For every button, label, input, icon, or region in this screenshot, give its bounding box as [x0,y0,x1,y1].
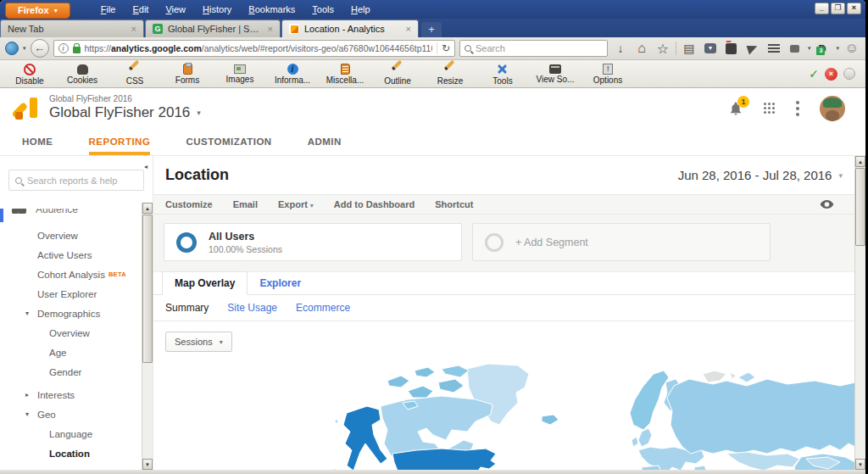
sidebar-item-interests[interactable]: ▸Interests [0,385,142,404]
tab-new-tab[interactable]: New Tab × [0,20,144,37]
sidebar-search-input[interactable]: Search reports & help [8,170,144,191]
menu-file[interactable]: File [94,3,123,16]
devbar-tools[interactable]: Tools [476,63,529,86]
minimize-button[interactable]: _ [815,3,829,14]
webdeveloper-extension-icon[interactable] [5,42,19,55]
chat-smiley-icon[interactable]: ☺ [843,40,860,57]
sidebar-item-gender[interactable]: Gender [0,362,142,382]
close-icon[interactable]: × [406,24,411,34]
metric-selector-button[interactable]: Sessions ▾ [165,332,232,352]
devbar-outline[interactable]: Outline [371,63,424,86]
reload-icon[interactable]: ↻ [437,42,450,54]
sidebar-item-geo[interactable]: ▾Geo [0,404,142,424]
geo-map[interactable] [153,362,854,470]
tab-map-overlay[interactable]: Map Overlay [162,271,248,295]
devbar-resize[interactable]: Resize [424,63,476,86]
chevron-down-icon[interactable]: ▾ [836,45,839,52]
downloads-icon[interactable]: ↓ [612,40,629,57]
devbar-forms[interactable]: Forms [161,63,214,85]
devbar-miscellaneous[interactable]: Miscella... [319,63,371,85]
tab-home[interactable]: HOME [22,128,53,155]
page-info-icon[interactable]: i [58,43,69,53]
scrollbar-thumb[interactable] [855,168,865,246]
tab-global-flyfisher[interactable]: G Global FlyFisher | Simply the Best... … [145,20,281,37]
menu-tools[interactable]: Tools [305,3,341,16]
scroll-up-arrow[interactable]: ▲ [855,156,865,167]
sidebar-item-age[interactable]: Age [0,343,142,362]
subtab-ecommerce[interactable]: Ecommerce [296,302,350,314]
sidebar-scrollbar[interactable]: ▲ ▼ [142,203,153,470]
tab-customization[interactable]: CUSTOMIZATION [186,128,271,155]
segment-all-users[interactable]: All Users 100.00% Sessions [164,223,462,261]
sidebar-collapse-icon[interactable]: ◂ [144,163,147,170]
restore-button[interactable]: ❐ [831,3,845,14]
back-button[interactable]: ← [31,39,49,58]
search-box[interactable]: Search [459,40,608,57]
notifications-bell-icon[interactable]: 1 [728,101,743,116]
url-text[interactable]: https://analytics.google.com/analytics/w… [85,43,432,53]
devbar-css[interactable]: CSS [108,63,161,86]
add-to-dashboard-button[interactable]: Add to Dashboard [334,199,415,209]
send-tab-icon[interactable] [744,40,761,57]
sidebar-item-active-users[interactable]: Active Users [0,245,142,265]
menu-edit[interactable]: Edit [125,3,155,16]
plugin-icon[interactable] [787,40,804,57]
devbar-information[interactable]: iInforma... [266,63,319,85]
sidebar-item-demographics-overview[interactable]: Overview [0,323,142,343]
new-tab-button[interactable]: + [421,22,442,37]
tab-reporting[interactable]: REPORTING [89,128,151,155]
scroll-down-arrow[interactable]: ▼ [142,459,153,470]
sidebar-item-audience[interactable]: Audience [0,209,142,222]
url-bar[interactable]: i https://analytics.google.com/analytics… [53,40,455,57]
tab-location-analytics[interactable]: Location - Analytics × [281,20,419,37]
shortcut-button[interactable]: Shortcut [435,199,473,209]
bookmark-star-icon[interactable]: ☆ [654,40,671,57]
menu-help[interactable]: Help [344,3,377,16]
export-button[interactable]: Export▾ [278,199,314,209]
devbar-view-source[interactable]: View So... [529,64,581,84]
date-range-selector[interactable]: Jun 28, 2016 - Jul 28, 2016 ▾ [678,168,843,182]
customize-button[interactable]: Customize [165,199,213,209]
close-icon[interactable]: × [268,24,273,34]
sidebar-item-language[interactable]: Language [0,424,142,443]
devbar-cookies[interactable]: Cookies [56,64,108,85]
add-segment-button[interactable]: + Add Segment [472,223,771,261]
tab-admin[interactable]: ADMIN [308,128,342,155]
adblock-extension-icon[interactable] [723,40,740,57]
scroll-down-arrow[interactable]: ▼ [855,459,865,470]
chevron-down-icon[interactable]: ▾ [808,45,811,52]
more-kebab-icon[interactable] [796,101,799,116]
devbar-images[interactable]: Images [214,64,266,84]
sidebar-item-demographics[interactable]: ▾Demographics [0,304,142,323]
email-button[interactable]: Email [233,199,258,209]
property-selector[interactable]: Global FlyFisher 2016 ▾ [49,104,201,121]
subtab-summary[interactable]: Summary [165,302,209,314]
disconnect-extension-icon[interactable]: D3 [815,40,832,57]
sidebar-item-overview[interactable]: Overview [0,226,142,245]
devbar-options[interactable]: Options [581,63,634,85]
error-icon[interactable]: × [825,68,837,81]
sidebar-item-location[interactable]: Location [0,443,142,463]
sidebar-item-user-explorer[interactable]: User Explorer [0,284,142,304]
home-icon[interactable]: ⌂ [633,40,650,57]
sidebar-item-cohort-analysis[interactable]: Cohort AnalysisBETA [0,265,142,284]
menu-hamburger-icon[interactable] [765,40,782,57]
firefox-app-button[interactable]: Firefox ▾ [5,3,70,19]
bookmarks-sidebar-icon[interactable]: ▤ [681,40,698,57]
pocket-icon[interactable]: ▼ [702,40,719,57]
scrollbar-thumb[interactable] [142,215,153,363]
user-avatar[interactable] [820,96,845,121]
scroll-up-arrow[interactable]: ▲ [142,203,153,214]
chevron-down-icon[interactable]: ▾ [23,45,26,52]
devbar-disable[interactable]: Disable [3,63,56,86]
close-button[interactable]: × [847,3,861,14]
sidebar-item-behavior[interactable]: ▸Behavior [0,466,142,470]
close-icon[interactable]: × [131,24,136,34]
menu-history[interactable]: History [196,3,238,16]
subtab-site-usage[interactable]: Site Usage [227,302,277,314]
main-scrollbar[interactable]: ▲ ▼ [854,156,865,470]
tab-explorer[interactable]: Explorer [248,272,313,294]
valid-check-icon[interactable]: ✓ [809,67,819,81]
menu-bookmarks[interactable]: Bookmarks [242,3,302,16]
menu-view[interactable]: View [159,3,192,16]
